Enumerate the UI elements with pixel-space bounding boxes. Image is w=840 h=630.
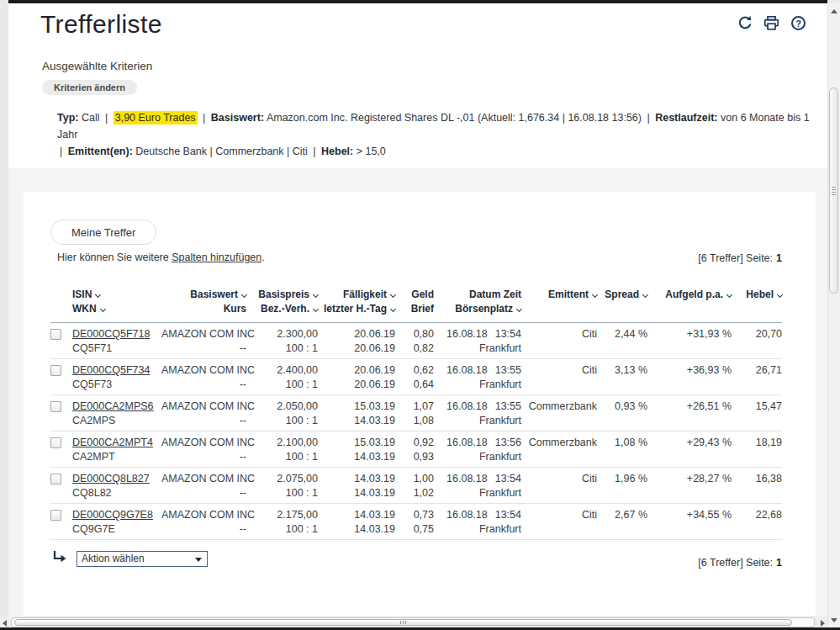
sort-spread[interactable]: Spread bbox=[605, 289, 639, 300]
spread-cell: 1,96 % bbox=[597, 473, 647, 485]
emittent-cell: Citi bbox=[521, 364, 597, 377]
print-icon[interactable] bbox=[763, 15, 779, 31]
sort-bez-verh[interactable]: Bez.-Verh. bbox=[261, 303, 309, 315]
geld-cell: 0,73 bbox=[395, 509, 434, 521]
emittent-value: Deutsche Bank | Commerzbank | Citi bbox=[135, 146, 308, 157]
isin-link[interactable]: DE000CQ9G7E8 bbox=[72, 509, 161, 521]
add-columns-link[interactable]: Spalten hinzufügen bbox=[172, 251, 262, 263]
apply-to-selection-icon bbox=[52, 550, 67, 567]
change-criteria-button[interactable]: Kriterien ändern bbox=[42, 80, 137, 95]
sort-letzter-h-tag[interactable]: letzter H.-Tag bbox=[324, 303, 387, 315]
label-kurs: Kurs bbox=[224, 303, 246, 315]
separator: | bbox=[203, 112, 205, 124]
separator: | bbox=[60, 146, 62, 157]
sort-down-icon[interactable] bbox=[777, 291, 783, 297]
kurs-cell: -- bbox=[161, 451, 246, 463]
isin-link[interactable]: DE000CQ5F718 bbox=[72, 328, 161, 341]
isin-link[interactable]: DE000CQ8L827 bbox=[72, 473, 161, 485]
selected-criteria-heading: Ausgewählte Kriterien bbox=[42, 60, 152, 72]
faelligkeit-cell: 15.03.19 bbox=[318, 400, 395, 413]
vertical-scrollbar-thumb[interactable] bbox=[829, 87, 838, 294]
scroll-left-icon[interactable] bbox=[3, 620, 7, 627]
results-table: ISIN WKN Basiswert Kurs Basispreis Bez.-… bbox=[50, 288, 782, 540]
datum-cell: 16.08.18 bbox=[446, 437, 488, 448]
column-header-geld-brief: Geld Brief bbox=[395, 288, 434, 316]
row-checkbox[interactable] bbox=[50, 401, 61, 412]
geld-cell: 1,00 bbox=[395, 473, 434, 485]
separator: | bbox=[105, 112, 108, 124]
wkn-text: CQ5F71 bbox=[72, 342, 161, 355]
sort-down-icon[interactable] bbox=[95, 291, 101, 297]
table-row: DE000CA2MPT4CA2MPT AMAZON COM INC-- 2.10… bbox=[50, 431, 782, 468]
sort-wkn[interactable]: WKN bbox=[72, 303, 97, 315]
faelligkeit-cell: 14.03.19 bbox=[318, 509, 395, 521]
letzter-tag-cell: 14.03.19 bbox=[318, 451, 395, 463]
brief-cell: 0,75 bbox=[395, 523, 434, 536]
row-checkbox[interactable] bbox=[50, 329, 61, 340]
letzter-tag-cell: 20.06.19 bbox=[318, 342, 395, 355]
chevron-down-icon bbox=[195, 558, 202, 562]
row-checkbox[interactable] bbox=[50, 437, 61, 448]
sort-faelligkeit[interactable]: Fälligkeit bbox=[343, 289, 387, 300]
table-row: DE000CA2MPS6CA2MPS AMAZON COM INC-- 2.05… bbox=[50, 395, 782, 431]
kurs-cell: -- bbox=[161, 415, 246, 427]
pagination-bottom: [6 Treffer] Seite:1 bbox=[698, 557, 782, 569]
header-icon-bar: ? bbox=[737, 15, 806, 31]
row-checkbox[interactable] bbox=[50, 510, 61, 521]
column-header-datum-zeit: Datum Zeit Börsenplatz bbox=[434, 288, 521, 316]
help-icon[interactable]: ? bbox=[790, 15, 806, 31]
refresh-icon[interactable] bbox=[737, 15, 753, 31]
datum-cell: 16.08.18 bbox=[446, 509, 488, 521]
vertical-scrollbar[interactable] bbox=[827, 3, 840, 628]
table-row: DE000CQ5F734CQ5F73 AMAZON COM INC-- 2.40… bbox=[50, 359, 782, 395]
zeit-cell: 13:54 bbox=[495, 328, 521, 340]
basispreis-cell: 2.050,00 bbox=[246, 400, 318, 413]
table-header-row: ISIN WKN Basiswert Kurs Basispreis Bez.-… bbox=[50, 288, 782, 323]
scroll-right-icon[interactable] bbox=[821, 620, 825, 627]
horizontal-scrollbar[interactable] bbox=[0, 617, 827, 628]
sort-basiswert[interactable]: Basiswert bbox=[190, 289, 238, 300]
sort-aufgeld[interactable]: Aufgeld p.a. bbox=[665, 289, 723, 300]
emittent-cell: Citi bbox=[521, 509, 597, 521]
bez-verh-cell: 100 : 1 bbox=[246, 451, 318, 463]
boersenplatz-cell: Frankfurt bbox=[434, 523, 521, 536]
row-checkbox[interactable] bbox=[50, 474, 61, 484]
hebel-cell: 15,47 bbox=[732, 400, 782, 413]
page-number: 1 bbox=[776, 252, 782, 264]
sort-hebel[interactable]: Hebel bbox=[746, 289, 774, 300]
isin-link[interactable]: DE000CQ5F734 bbox=[72, 364, 161, 377]
row-checkbox[interactable] bbox=[50, 365, 61, 376]
letzter-tag-cell: 14.03.19 bbox=[318, 487, 395, 500]
datum-cell: 16.08.18 bbox=[446, 473, 488, 484]
separator: | bbox=[313, 146, 315, 157]
sort-isin[interactable]: ISIN bbox=[72, 289, 92, 300]
action-select[interactable]: Aktion wählen bbox=[77, 551, 208, 567]
sort-boersenplatz[interactable]: Börsenplatz bbox=[455, 303, 513, 315]
sort-down-icon[interactable] bbox=[100, 305, 106, 311]
aufgeld-cell: +36,93 % bbox=[647, 364, 732, 377]
bez-verh-cell: 100 : 1 bbox=[246, 487, 318, 500]
horizontal-scrollbar-thumb[interactable] bbox=[14, 619, 792, 626]
bez-verh-cell: 100 : 1 bbox=[246, 415, 318, 427]
spread-cell: 0,93 % bbox=[597, 400, 647, 413]
criteria-summary: Typ: Call | 3,90 Euro Trades | Basiswert… bbox=[57, 109, 814, 160]
horizontal-scrollbar-track[interactable] bbox=[11, 617, 815, 627]
scroll-up-icon[interactable] bbox=[831, 9, 837, 13]
emittent-cell: Commerzbank bbox=[521, 437, 597, 449]
aufgeld-cell: +26,51 % bbox=[647, 400, 732, 413]
basiswert-label: Basiswert: bbox=[211, 112, 264, 124]
isin-link[interactable]: DE000CA2MPS6 bbox=[72, 400, 161, 413]
basiswert-cell: AMAZON COM INC bbox=[161, 400, 246, 413]
zeit-cell: 13:54 bbox=[495, 509, 521, 521]
sort-emittent[interactable]: Emittent bbox=[548, 289, 589, 300]
hebel-cell: 20,70 bbox=[732, 328, 782, 341]
scroll-down-icon[interactable] bbox=[831, 618, 837, 622]
column-header-checkbox bbox=[50, 288, 72, 316]
letzter-tag-cell: 14.03.19 bbox=[318, 415, 395, 427]
brief-cell: 1,02 bbox=[395, 487, 434, 500]
sort-basispreis[interactable]: Basispreis bbox=[258, 289, 309, 300]
action-row: Aktion wählen bbox=[52, 550, 208, 567]
bez-verh-cell: 100 : 1 bbox=[246, 342, 318, 355]
isin-link[interactable]: DE000CA2MPT4 bbox=[72, 437, 161, 449]
tab-meine-treffer[interactable]: Meine Treffer bbox=[50, 220, 156, 245]
